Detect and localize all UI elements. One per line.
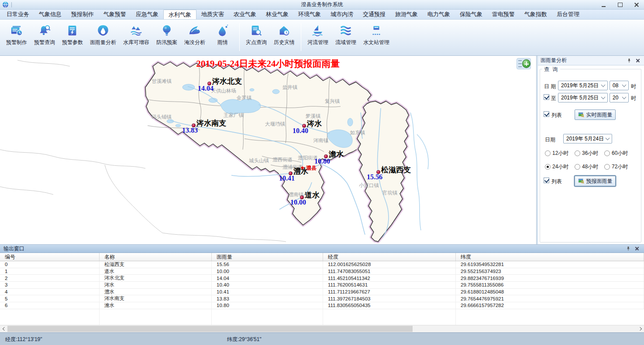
menu-item-12[interactable]: 交通预报 <box>358 10 390 19</box>
table-empty-area <box>0 309 644 325</box>
radio-icon <box>575 164 580 170</box>
table-row[interactable]: 6澹水10.80111.83056505043529.6666157957282 <box>0 302 644 309</box>
column-header-名称[interactable]: 名称 <box>100 253 212 261</box>
start-date-select[interactable]: 2019年 5月25日 <box>558 81 608 90</box>
toolbar-label: 灾点查询 <box>246 39 267 46</box>
duration-radio-36小时[interactable]: 36小时 <box>575 150 604 157</box>
end-hour-select[interactable]: 20 <box>610 93 629 102</box>
list-checkbox-1[interactable] <box>544 111 549 117</box>
column-header-面雨量[interactable]: 面雨量 <box>212 253 323 261</box>
table-row[interactable]: 0松滋西支15.56112.00162562502829.61935495322… <box>0 261 644 268</box>
duration-radio-12小时[interactable]: 12小时 <box>545 150 575 157</box>
toolbar-label: 防汛预案 <box>156 39 177 46</box>
town-label: 盐井镇 <box>282 84 298 91</box>
scroll-thumb[interactable] <box>7 326 413 332</box>
toolbar-button-submerge[interactable]: 淹没分析 <box>181 22 209 47</box>
column-header-纬度[interactable]: 纬度 <box>456 253 644 261</box>
hour-unit-label: 时 <box>631 83 636 90</box>
map-search-icon <box>578 112 584 118</box>
menu-item-6[interactable]: 水利气象 <box>163 10 196 19</box>
output-title: 输出窗口 <box>3 245 623 253</box>
duration-radio-48小时[interactable]: 48小时 <box>575 163 604 171</box>
toolbar-label: 流域管理 <box>335 39 356 46</box>
town-label: 澧西街道 <box>272 157 293 163</box>
table-row[interactable]: 2涔水北支14.04111.45210541134229.88234767169… <box>0 275 644 282</box>
table-row[interactable]: 3涔水10.40111.7620051463129.7555811355086 <box>0 282 644 289</box>
horizontal-scrollbar[interactable] <box>0 325 644 332</box>
menu-item-18[interactable]: 后台管理 <box>552 10 584 19</box>
toolbar-button-area-rain[interactable]: 面雨量分析 <box>86 22 120 47</box>
duration-radio-24小时[interactable]: 24小时 <box>545 163 575 171</box>
toolbar-button-flood-plan[interactable]: 防汛预案 <box>153 22 181 47</box>
menu-item-7[interactable]: 地质灾害 <box>196 10 229 19</box>
close-button[interactable] <box>632 1 641 8</box>
flood-plan-icon <box>160 24 173 37</box>
menu-item-11[interactable]: 城市内涝 <box>326 10 358 19</box>
toolbar-button-disaster-query[interactable]: 灾点查询 <box>242 22 270 47</box>
river-mgmt-icon <box>311 24 324 37</box>
menu-item-4[interactable]: 气象预警 <box>99 10 131 19</box>
minimize-button[interactable] <box>599 1 608 8</box>
forecast-date-select[interactable]: 2019年 5月24日 <box>563 134 612 143</box>
menu-item-16[interactable]: 雷电预警 <box>487 10 520 19</box>
column-header-编号[interactable]: 编号 <box>0 253 100 261</box>
list-checkbox-2[interactable] <box>544 178 549 183</box>
forecast-rain-button[interactable]: 预报面雨量 <box>575 176 616 186</box>
menu-item-17[interactable]: 气象指数 <box>520 10 552 19</box>
scroll-left-button[interactable] <box>0 325 7 332</box>
toolbar-button-warn-make[interactable]: 预警制作 <box>3 22 31 47</box>
toolbar-button-disaster-history[interactable]: 历史灾情 <box>270 22 298 47</box>
table-row[interactable]: 1道水10.00111.74708305505129.552156374923 <box>0 268 644 275</box>
pin-icon[interactable] <box>625 245 632 252</box>
to-checkbox[interactable] <box>544 94 549 100</box>
add-layer-button[interactable] <box>522 59 530 68</box>
maximize-button[interactable] <box>615 1 625 8</box>
end-date-select[interactable]: 2019年 5月25日 <box>558 93 608 102</box>
menu-item-13[interactable]: 旅游气象 <box>390 10 423 19</box>
menu-item-9[interactable]: 林业气象 <box>261 10 293 19</box>
realtime-rain-button[interactable]: 实时面雨量 <box>575 109 616 120</box>
station-rainfall-value: 10.41 <box>279 174 295 182</box>
menu-item-15[interactable]: 保险气象 <box>455 10 487 19</box>
start-date-value: 2019年 5月25日 <box>561 82 599 89</box>
map-area[interactable]: 2019-05-24日未来24小时预报面雨量 甘溪滩镇盐井镇天供山林场金罗镇复兴… <box>0 56 536 244</box>
rain-analysis-panel: 面雨量分析 查 询 日 期 2019年 5月25日 08 时 至 2019年 5… <box>538 56 644 244</box>
scroll-right-button[interactable] <box>637 325 644 332</box>
duration-radio-60小时[interactable]: 60小时 <box>604 150 637 157</box>
toolbar-button-warn-query[interactable]: 预警查询 <box>31 22 59 47</box>
table-cell: 29.6188012485048 <box>456 289 644 295</box>
toolbar-button-hydro-station[interactable]: 水文站管理 <box>360 22 393 47</box>
table-row[interactable]: 4澧水10.41111.71121966762729.6188012485048 <box>0 289 644 296</box>
menu-item-8[interactable]: 农业气象 <box>229 10 261 19</box>
start-hour-select[interactable]: 08 <box>610 81 629 90</box>
radio-label: 36小时 <box>582 150 598 157</box>
duration-radio-72小时[interactable]: 72小时 <box>604 163 637 171</box>
rain-info-icon <box>216 24 229 37</box>
toolbar-label: 预警制作 <box>6 39 27 46</box>
toolbar-button-basin-mgmt[interactable]: 流域管理 <box>332 22 360 47</box>
table-row[interactable]: 5涔水南支13.83111.39726718450329.76544769759… <box>0 295 644 302</box>
menu-item-5[interactable]: 应急气象 <box>131 10 163 19</box>
toolbar-button-river-mgmt[interactable]: 河流管理 <box>304 22 332 47</box>
menu-item-14[interactable]: 电力气象 <box>423 10 455 19</box>
column-header-经度[interactable]: 经度 <box>323 253 456 261</box>
menu-bar: 日常业务气象信息预报制作气象预警应急气象水利气象地质灾害农业气象林业气象环境气象… <box>0 10 644 20</box>
toolbar-button-warn-param[interactable]: 预警参数 <box>59 22 86 47</box>
output-panel: 输出窗口 编号名称面雨量经度纬度 0松滋西支15.56112.001625625… <box>0 244 644 325</box>
map-zoom-widget[interactable] <box>517 58 531 69</box>
toolbar-button-rain-info[interactable]: 雨情 <box>209 22 237 47</box>
toolbar-button-reservoir[interactable]: 水库可增容 <box>120 22 153 47</box>
menu-item-1[interactable]: 日常业务 <box>2 10 34 19</box>
menu-item-3[interactable]: 预报制作 <box>66 10 99 19</box>
menu-item-10[interactable]: 环境气象 <box>293 10 326 19</box>
table-cell: 14.04 <box>212 275 323 281</box>
menu-item-2[interactable]: 气象信息 <box>34 10 66 19</box>
panel-close-icon[interactable] <box>634 57 641 64</box>
table-body: 0松滋西支15.56112.00162562502829.61935495322… <box>0 261 644 309</box>
output-close-icon[interactable] <box>634 245 641 252</box>
table-cell: 2 <box>0 275 100 281</box>
table-cell: 111.397267184503 <box>323 295 456 302</box>
town-label: 王家厂镇 <box>224 112 244 119</box>
pin-icon[interactable] <box>626 57 633 64</box>
radio-icon <box>545 164 551 170</box>
